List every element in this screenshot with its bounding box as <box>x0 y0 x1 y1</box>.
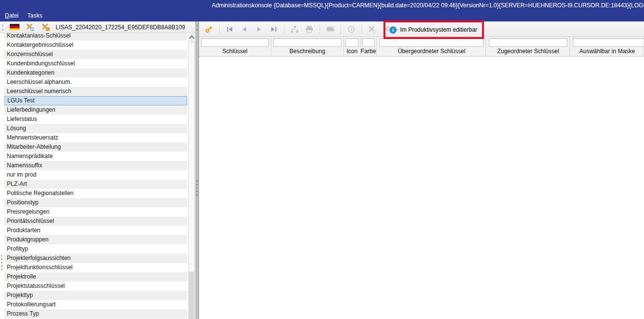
list-item[interactable]: Protokollierungsart <box>4 300 187 309</box>
left-toolbar: ‹› LISAS_22042020_172254_E95DEF8DB8A8B <box>0 21 195 33</box>
column-filter-input[interactable] <box>273 39 342 47</box>
nav-first-icon[interactable] <box>224 23 235 35</box>
list-item[interactable]: nur im prod <box>4 170 187 179</box>
list-item[interactable]: Lieferstatus <box>4 115 187 124</box>
list-item[interactable]: Preisregelungen <box>4 207 187 217</box>
annotation-red-box: i Im Produktivsystem editierbar <box>383 20 484 39</box>
menu-datei[interactable]: Datei <box>4 11 23 21</box>
form-icon[interactable] <box>325 23 336 35</box>
column-label[interactable]: Auswählbar in Maske <box>571 47 644 56</box>
list-item[interactable]: Kontaktanlass-Schlüssel <box>4 33 187 40</box>
list-item[interactable]: Lösung <box>4 124 187 133</box>
main-body: ‹› LISAS_22042020_172254_E95DEF8DB8A8B <box>0 21 644 319</box>
run-icon[interactable] <box>346 23 357 35</box>
toolbar-separator <box>362 24 362 34</box>
list-item[interactable]: PLZ-Art <box>4 179 187 189</box>
hierarchy-icon[interactable] <box>289 23 300 35</box>
administration-console-window: Administrationskonsole {Database=MSSQL}{… <box>0 0 644 319</box>
panel-splitter[interactable]: ‹› <box>195 21 199 319</box>
list-item[interactable]: Politische Regionalstellen <box>4 189 187 198</box>
column-label[interactable]: Übergeordneter Schlüssel <box>378 47 485 56</box>
list-item[interactable]: Produktarten <box>4 226 187 235</box>
list-item[interactable]: Kundenkategorien <box>4 68 187 78</box>
list-item[interactable]: Lieferbedingungen <box>4 105 187 115</box>
toolbar-separator <box>284 24 284 34</box>
productive-system-editable-label: Im Produktivsystem editierbar <box>400 26 477 33</box>
list-item[interactable]: Prozess Typ <box>4 309 187 319</box>
scrollbar-thumb[interactable] <box>188 42 195 272</box>
list-item[interactable]: Profiltyp <box>4 244 187 254</box>
column-5: Zugeordneter Schlüssel <box>487 37 570 56</box>
german-flag-icon[interactable] <box>10 24 20 30</box>
toolbar-separator <box>341 24 341 34</box>
toolbar-separator <box>320 24 320 34</box>
menu-bar: Datei Tasks <box>0 11 644 21</box>
left-edge-grip[interactable] <box>1 255 2 270</box>
column-filter-input[interactable] <box>345 39 359 47</box>
column-0: Schlüssel <box>199 37 271 56</box>
list-scrollbar[interactable] <box>188 33 195 319</box>
key-list-viewport: Kontaktanlass-SchlüsselKontaktergebnissc… <box>4 33 187 319</box>
column-1: Beschreibung <box>271 37 344 56</box>
list-item[interactable]: Konzernschlüssel <box>4 50 187 59</box>
keylist: Kontaktanlass-SchlüsselKontaktergebnissc… <box>4 33 187 319</box>
info-icon: i <box>389 26 397 34</box>
list-item[interactable]: Namensprädikate <box>4 152 187 161</box>
tools-box-icon[interactable] <box>40 21 51 33</box>
column-filter-input[interactable] <box>489 39 567 47</box>
column-filter-input[interactable] <box>362 39 375 47</box>
list-item[interactable]: Namenssuffix <box>4 161 187 170</box>
session-id-label: LISAS_22042020_172254_E95DEF8DB8A8B109 <box>56 24 185 31</box>
window-title: Administrationskonsole {Database=MSSQL}{… <box>212 2 644 9</box>
list-item[interactable]: LGUs Test <box>4 96 187 105</box>
list-item[interactable]: Projektfunktionsschlüssel <box>4 263 187 272</box>
list-item[interactable]: Projekttyp <box>4 291 187 300</box>
list-item[interactable]: Projektrolle <box>4 272 187 281</box>
column-label[interactable]: Beschreibung <box>271 47 343 56</box>
list-item[interactable]: Mitarbeiter-Abteilung <box>4 142 187 152</box>
menu-tasks[interactable]: Tasks <box>26 11 47 21</box>
list-item[interactable]: Produktgruppen <box>4 235 187 244</box>
print-icon[interactable] <box>304 23 315 35</box>
chevron-right-icon: › <box>0 27 5 32</box>
nav-last-icon[interactable] <box>268 23 279 35</box>
key-list-panel: ‹› LISAS_22042020_172254_E95DEF8DB8A8B <box>0 21 195 319</box>
column-filter-input[interactable] <box>573 39 644 47</box>
list-item[interactable]: Projektstatusschlüssel <box>4 281 187 291</box>
column-6: Auswählbar in Maske <box>571 37 644 56</box>
list-item[interactable]: Projekterfolgsaussichten <box>4 254 187 263</box>
column-filter-input[interactable] <box>380 39 483 47</box>
nav-previous-icon[interactable] <box>239 23 250 35</box>
key-icon[interactable] <box>203 23 214 35</box>
list-item[interactable]: Positionstyp <box>4 198 187 207</box>
column-filter-input[interactable] <box>201 39 269 47</box>
tools-badge-icon[interactable] <box>367 23 378 35</box>
nav-next-icon[interactable] <box>254 23 264 35</box>
list-item[interactable]: Leerschlüssel numerisch <box>4 87 187 96</box>
column-2: Icon <box>344 37 361 56</box>
column-header-row: SchlüsselBeschreibungIconFarbeÜbergeordn… <box>199 37 644 57</box>
tools-clock-icon[interactable] <box>24 21 35 33</box>
list-item[interactable]: Prioritätsschlüssel <box>4 217 187 226</box>
detail-panel: - SchlüsselBeschreibungIconFarbeÜbergeor… <box>199 21 644 319</box>
column-4: Übergeordneter Schlüssel <box>378 37 486 56</box>
column-label[interactable]: Zugeordneter Schlüssel <box>487 47 569 56</box>
scrollbar-track[interactable] <box>188 272 195 319</box>
column-label[interactable]: Icon <box>344 47 360 56</box>
column-label[interactable]: Farbe <box>361 47 376 56</box>
list-item[interactable]: Kontaktergebnisschlüssel <box>4 40 187 50</box>
list-item[interactable]: Kundenbindungsschlüssel <box>4 59 187 68</box>
column-label[interactable]: Schlüssel <box>199 47 271 56</box>
list-item[interactable]: Mehrwertsteuersatz <box>4 133 187 142</box>
table-content-area <box>199 57 644 319</box>
scrollbar-up-icon[interactable] <box>188 33 195 42</box>
list-item[interactable]: Leerschlüssel alphanum. <box>4 78 187 87</box>
toolbar-overflow-left[interactable]: ‹› <box>0 23 5 32</box>
splitter-grip[interactable] <box>196 180 198 196</box>
column-3: Farbe <box>361 37 377 56</box>
chevron-right-icon[interactable]: › <box>195 27 199 32</box>
title-bar: Administrationskonsole {Database=MSSQL}{… <box>0 0 644 11</box>
toolbar-separator <box>219 24 220 34</box>
